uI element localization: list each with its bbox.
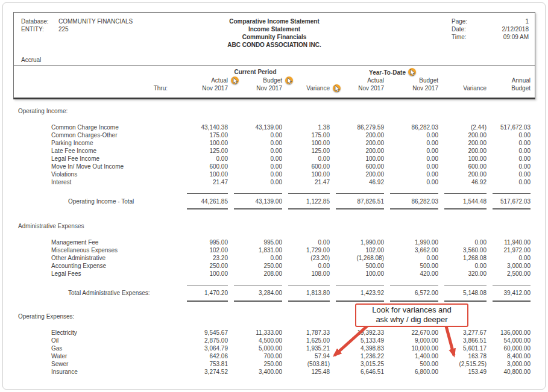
table-row: Electricity9,545.6711,333.001,787.3319,3… [18, 329, 531, 337]
cell-cp-budget: 3,400.00 [228, 368, 282, 376]
cell-ytd-budget: 1,400.00 [384, 352, 438, 360]
col-ytd-actual-header: Actual [330, 76, 384, 84]
row-label: Management Fee [18, 238, 181, 246]
cell-ytd-variance: (2,515.25) [438, 360, 487, 368]
table-row: Gas3,064.795,000.001,935.214,398.8310,00… [18, 344, 531, 352]
cell-cp-variance: 1,625.00 [282, 337, 330, 344]
column-headers: Current Period Year-To-Date Actual Budge… [18, 66, 535, 92]
cell-ytd-variance: 200.00 [438, 147, 487, 155]
cell-ytd-actual: 46.92 [330, 178, 384, 186]
cell-annual-budget: 2,500.00 [487, 270, 531, 278]
cell-cp-actual: 995.00 [181, 238, 228, 246]
cell-cp-budget: 4,500.00 [228, 337, 282, 344]
cell-ytd-variance: 0.00 [438, 238, 487, 246]
cell-annual-budget: 0.00 [487, 147, 531, 155]
cell-ytd-actual: 500.00 [330, 262, 384, 270]
cell-cp-budget: 208.00 [228, 270, 282, 278]
callout-line-2: ask why / dig deeper [359, 315, 465, 325]
total-row-label: Total Administrative Expenses: [18, 285, 181, 302]
table-row: Violations100.000.00100.00200.000.00200.… [18, 170, 531, 178]
cell-ytd-actual: 102.00 [330, 246, 384, 254]
row-label: Miscellaneous Expenses [18, 246, 181, 254]
cell-ytd-actual: 3,015.25 [330, 360, 384, 368]
cell-ytd-variance: 200.00 [438, 170, 487, 178]
cell-ytd-variance: 3,560.00 [438, 246, 487, 254]
col-annual-header-line1: Annual [487, 76, 531, 84]
cell-cp-variance: 100.00 [282, 139, 330, 147]
cell-annual-budget: 0.00 [487, 170, 531, 178]
table-row: Miscellaneous Expenses102.001,831.001,72… [18, 246, 531, 254]
cell-ytd-variance: 3,866.51 [438, 337, 487, 344]
row-label: Parking Income [18, 139, 181, 147]
drilldown-cursor-icon-cp-budget[interactable] [285, 76, 293, 84]
cell-ytd-budget: 0.00 [384, 254, 438, 262]
cell-cp-variance: 125.00 [282, 147, 330, 155]
cell-cp-budget: 0.00 [228, 170, 282, 178]
cell-cp-actual: 100.00 [181, 170, 228, 178]
cell-cp-variance: 1,787.33 [282, 329, 330, 337]
cell-annual-budget: 517,672.03 [487, 123, 531, 131]
table-row: Legal Fees100.00208.00108.00100.00420.00… [18, 270, 531, 278]
row-label: Water [18, 352, 181, 360]
cell-ytd-variance: 163.78 [438, 352, 487, 360]
year-to-date-group-label: Year-To-Date [330, 68, 438, 76]
row-label: Late Fee Income [18, 147, 181, 155]
row-label: Oil [18, 337, 181, 344]
cell-ytd-variance: 320.00 [438, 270, 487, 278]
total-cell-cp-variance: 1,813.80 [288, 285, 330, 302]
cell-annual-budget: 60,000.00 [487, 344, 531, 352]
cell-annual-budget: 11,940.00 [487, 238, 531, 246]
section-heading: Operating Income: [18, 107, 531, 115]
cell-cp-budget: 0.00 [228, 155, 282, 163]
col-annual-header-line2: Budget [487, 84, 531, 92]
report-header-top: Database: COMMUNITY FINANCIALS ENTITY: 2… [14, 13, 535, 66]
cell-annual-budget: 21,972.00 [487, 246, 531, 254]
cell-cp-actual: 3,064.79 [181, 344, 228, 352]
cell-cp-budget: 1,831.00 [228, 246, 282, 254]
cell-ytd-variance: 3,277.67 [438, 329, 487, 337]
cell-cp-actual: 102.00 [181, 246, 228, 254]
cell-cp-budget: 0.00 [228, 147, 282, 155]
cell-ytd-actual: 4,398.83 [330, 344, 384, 352]
cell-cp-budget: 0.00 [228, 163, 282, 170]
cell-ytd-budget: 420.00 [384, 270, 438, 278]
section-rows: Common Charge Income43,140.3843,139.001.… [18, 123, 531, 186]
table-row: Common Charge Income43,140.3843,139.001.… [18, 123, 531, 131]
callout-line-1: Look for variances and [359, 305, 465, 315]
cell-cp-variance: 100.00 [282, 170, 330, 178]
cell-ytd-actual: (1,268.08) [330, 254, 384, 262]
cell-ytd-budget: 86,282.03 [384, 123, 438, 131]
row-label: Insurance [18, 368, 181, 376]
cell-ytd-variance: 46.92 [438, 178, 487, 186]
cell-cp-variance: 1,729.00 [282, 246, 330, 254]
cell-cp-actual: 43,140.38 [181, 123, 228, 131]
cell-cp-actual: 125.00 [181, 147, 228, 155]
cell-cp-actual: 2,875.00 [181, 337, 228, 344]
cell-cp-actual: 642.06 [181, 352, 228, 360]
cell-ytd-budget: 0.00 [384, 178, 438, 186]
row-label: Legal Fee Income [18, 155, 181, 163]
section-rows: Electricity9,545.6711,333.001,787.3319,3… [18, 329, 531, 376]
report-header-box: Database: COMMUNITY FINANCIALS ENTITY: 2… [13, 12, 535, 99]
cell-cp-variance: 108.00 [282, 270, 330, 278]
total-cell-ytd-variance: 5,148.08 [444, 285, 487, 302]
cell-cp-variance: 57.94 [282, 352, 330, 360]
page-label: Page: [452, 17, 485, 25]
row-label: Legal Fees [18, 270, 181, 278]
cell-annual-budget: 0.00 [487, 155, 531, 163]
drilldown-cursor-icon-ytd[interactable] [408, 68, 416, 76]
col-ytd-actual-period: Nov 2017 [330, 84, 384, 92]
cell-cp-budget: 43,139.00 [228, 123, 282, 131]
cell-cp-variance: 1,935.21 [282, 344, 330, 352]
table-row: Sewer753.81250.00(503.81)3,015.25500.00(… [18, 360, 531, 368]
report-body: Operating Income:Common Charge Income43,… [18, 99, 531, 376]
cell-cp-variance: 600.00 [282, 163, 330, 170]
cell-ytd-actual: 200.00 [330, 139, 384, 147]
cell-ytd-budget: 10,000.00 [384, 344, 438, 352]
total-cell-cp-variance: 1,122.85 [288, 193, 330, 210]
time-label: Time: [452, 33, 485, 41]
cell-ytd-variance: (2.44) [438, 123, 487, 131]
col-cp-variance-header: Variance [282, 84, 330, 92]
cell-cp-budget: 0.00 [228, 131, 282, 139]
table-row: Other Administrative23.200.00(23.20)(1,2… [18, 254, 531, 262]
